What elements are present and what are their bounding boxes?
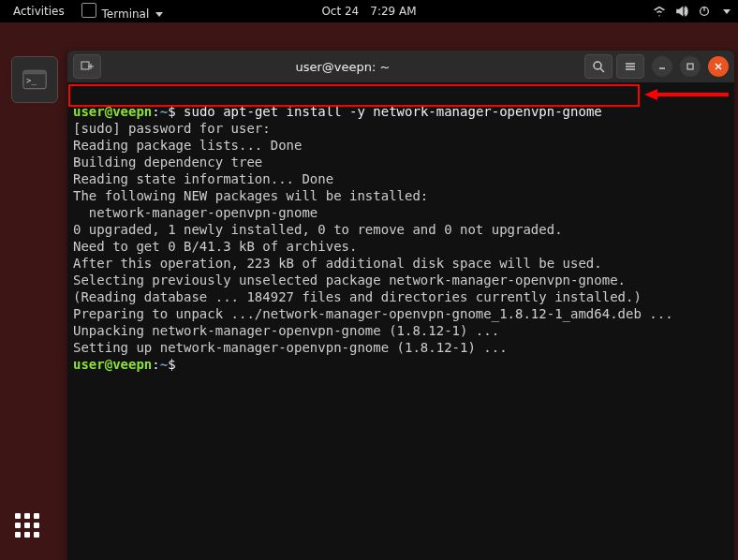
network-icon[interactable] (653, 5, 666, 18)
chevron-down-icon (155, 12, 163, 17)
svg-marker-18 (644, 89, 657, 100)
svg-line-9 (600, 68, 604, 72)
term-line: Unpacking network-manager-openvpn-gnome … (73, 323, 499, 338)
term-line: Need to get 0 B/41.3 kB of archives. (73, 239, 357, 254)
window-titlebar: user@veepn: ~ (67, 51, 734, 82)
annotation-arrow-icon (644, 89, 729, 100)
term-line: Setting up network-manager-openvpn-gnome… (73, 340, 508, 355)
term-line: network-manager-openvpn-gnome (73, 205, 317, 220)
term-line: [sudo] password for user: (73, 121, 271, 136)
term-line: Preparing to unpack .../network-manager-… (73, 306, 673, 321)
show-apps-button[interactable] (15, 513, 43, 541)
term-line: Selecting previously unselected package … (73, 273, 626, 287)
volume-icon[interactable] (675, 5, 688, 18)
power-icon[interactable] (698, 5, 711, 18)
time-label: 7:29 AM (370, 5, 416, 18)
term-line: Reading package lists... Done (73, 138, 302, 153)
prompt-user: user@veepn (73, 104, 152, 119)
dock-terminal-icon[interactable]: >_ (11, 56, 58, 103)
term-line: Building dependency tree (73, 155, 262, 169)
prompt-user: user@veepn (73, 357, 152, 372)
svg-rect-5 (81, 62, 89, 69)
svg-point-8 (594, 62, 601, 69)
svg-rect-14 (687, 64, 693, 69)
command-input: sudo apt-get install -y network-manager-… (184, 104, 602, 119)
prompt-path: ~ (160, 357, 168, 372)
term-line: After this operation, 223 kB of addition… (73, 256, 602, 271)
prompt-path: ~ (160, 104, 168, 119)
terminal-body[interactable]: user@veepn:~$ sudo apt-get install -y ne… (67, 82, 734, 560)
desktop: >_ user@veepn: ~ (0, 22, 738, 560)
app-menu[interactable]: Terminal (76, 1, 169, 22)
svg-rect-3 (23, 70, 46, 74)
term-line: The following NEW packages will be insta… (73, 188, 428, 203)
gnome-topbar: Activities Terminal Oct 24 7:29 AM (0, 0, 738, 22)
clock[interactable]: Oct 24 7:29 AM (321, 5, 416, 18)
hamburger-menu-button[interactable] (616, 54, 644, 79)
terminal-menu-icon (81, 3, 96, 18)
maximize-button[interactable] (680, 56, 701, 77)
close-button[interactable] (708, 56, 729, 77)
term-line: 0 upgraded, 1 newly installed, 0 to remo… (73, 222, 563, 237)
term-line: (Reading database ... 184927 files and d… (73, 289, 642, 304)
app-menu-label: Terminal (102, 7, 150, 21)
term-line: Reading state information... Done (73, 171, 333, 186)
svg-text:>_: >_ (26, 76, 37, 85)
minimize-button[interactable] (652, 56, 672, 77)
date-label: Oct 24 (321, 5, 359, 18)
activities-button[interactable]: Activities (7, 3, 70, 20)
new-tab-button[interactable] (73, 54, 101, 79)
system-menu-chevron-icon[interactable] (723, 9, 731, 14)
terminal-window: user@veepn: ~ user@veepn:~$ sudo apt-get… (67, 51, 734, 560)
search-button[interactable] (584, 54, 613, 79)
window-title: user@veepn: ~ (105, 60, 581, 74)
